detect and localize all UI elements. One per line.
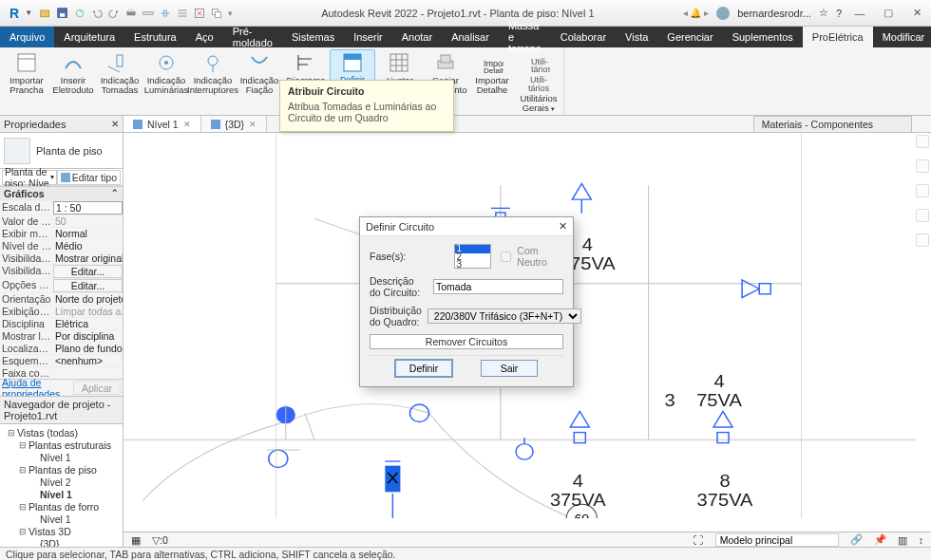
close-inactive-icon[interactable] (194, 8, 205, 19)
window-close[interactable]: ✕ (906, 3, 927, 24)
nav-home-icon[interactable] (916, 135, 929, 148)
window-minimize[interactable]: — (849, 3, 870, 24)
prop-row[interactable]: Localização d...Plano de fundo (0, 342, 123, 354)
ribbon-indicação-luminárias[interactable]: IndicaçãoLuminárias (143, 49, 189, 116)
prop-row[interactable]: OrientaçãoNorte do projeto (0, 292, 123, 305)
tab-vista[interactable]: Vista (616, 27, 657, 47)
filter-icon[interactable]: ▽:0 (152, 534, 168, 546)
prop-row[interactable]: Esquema de cor<nenhum> (0, 354, 123, 366)
tab-pr-moldado[interactable]: Pré-moldado (223, 27, 282, 47)
tree-node[interactable]: ⊟Plantas estruturais (0, 439, 123, 451)
materials-palette-header[interactable]: Materiais - Componentes (753, 116, 912, 133)
tab-modificar[interactable]: Modificar (873, 27, 931, 47)
tree-node[interactable]: ⊟Vistas 3D (0, 525, 123, 537)
open-icon[interactable] (40, 8, 51, 19)
com-neutro-checkbox[interactable]: Com Neutro (497, 245, 563, 268)
pin-select-icon[interactable]: 📌 (874, 533, 886, 546)
workset-icon[interactable]: ⛶ (694, 534, 704, 546)
prop-row[interactable]: Nível de detalheMédio (0, 239, 123, 252)
help-icon[interactable]: ? (836, 8, 842, 19)
ribbon-importar-prancha[interactable]: ImportarPrancha (4, 49, 49, 116)
view-tab[interactable]: Nível 1✕ (124, 116, 201, 132)
edit-type-button[interactable]: Editar tipo (57, 170, 121, 185)
selection-filter-icon[interactable]: ▦ (131, 534, 141, 546)
remover-circuitos-button[interactable]: Remover Circuitos (370, 334, 563, 349)
design-option-dropdown[interactable] (715, 533, 839, 547)
tab-proel-trica[interactable]: ProElétrica (803, 27, 873, 47)
tree-node[interactable]: Nível 1 (0, 488, 123, 500)
redo-icon[interactable] (108, 8, 120, 19)
prop-row[interactable]: Exibição de ju...Limpar todas a... (0, 305, 123, 317)
type-selector[interactable]: Planta de piso (0, 133, 123, 169)
face-select-icon[interactable]: ▥ (898, 534, 907, 546)
tree-node[interactable]: ⊟Plantas de forro (0, 500, 123, 513)
prop-row[interactable]: Escala da vista1 : 50 (0, 200, 123, 215)
tab-inserir[interactable]: Inserir (344, 27, 392, 47)
tab-analisar[interactable]: Analisar (442, 27, 499, 47)
tab-sistemas[interactable]: Sistemas (282, 27, 344, 47)
prop-row[interactable]: Visibilidade d...Mostrar original (0, 252, 123, 264)
tree-node[interactable]: Nível 1 (0, 451, 123, 463)
user-name[interactable]: bernardesrodr... (737, 8, 811, 19)
ribbon-indicação-tomadas[interactable]: IndicaçãoTomadas (97, 49, 142, 116)
view-tab[interactable]: {3D}✕ (201, 116, 267, 132)
sair-button[interactable]: Sair (481, 360, 538, 377)
prop-row[interactable]: Mostrar linhas...Por disciplina (0, 329, 123, 342)
prop-row[interactable]: Exibir modeloNormal (0, 227, 123, 239)
measure-icon[interactable] (142, 8, 154, 19)
ribbon-indicação-interruptores[interactable]: IndicaçãoInterruptores (190, 49, 236, 116)
undo-icon[interactable] (91, 8, 103, 19)
tab-file[interactable]: Arquivo (0, 27, 54, 47)
user-avatar[interactable] (716, 7, 730, 20)
properties-category[interactable]: Gráficos⌃ (0, 186, 123, 200)
tab-estrutura[interactable]: Estrutura (124, 27, 186, 47)
nav-pan-icon[interactable] (916, 209, 929, 222)
tree-node[interactable]: ⊟Vistas (todas) (0, 426, 123, 439)
tree-node[interactable]: {3D} (0, 537, 123, 547)
properties-header[interactable]: Propriedades ✕ (0, 116, 123, 133)
ribbon-importar-detalhe[interactable]: ImportDetalheImportarDetalhe (469, 49, 515, 116)
navigation-bar[interactable] (916, 135, 929, 247)
project-browser-tree[interactable]: ⊟Vistas (todas)⊟Plantas estruturaisNível… (0, 424, 123, 547)
tree-node[interactable]: Nível 2 (0, 476, 123, 488)
tab-gerenciar[interactable]: Gerenciar (657, 27, 722, 47)
section-icon[interactable] (160, 8, 171, 19)
prop-row[interactable]: Opções de exi...Editar... (0, 278, 123, 292)
print-icon[interactable] (125, 8, 137, 19)
tab-anotar[interactable]: Anotar (392, 27, 442, 47)
tab-a-o[interactable]: Aço (186, 27, 223, 47)
prop-row[interactable]: DisciplinaElétrica (0, 317, 123, 329)
sync-icon[interactable] (74, 8, 86, 19)
ribbon-indicação-fiação[interactable]: IndicaçãoFiação (237, 49, 282, 116)
nav-cube-icon[interactable] (916, 159, 929, 173)
fases-listbox[interactable]: 123 (454, 244, 492, 269)
properties-close-icon[interactable]: ✕ (111, 119, 119, 129)
descricao-input[interactable] (433, 279, 563, 294)
app-menu-caret[interactable]: ▼ (25, 9, 32, 17)
drag-icon[interactable]: ↕ (919, 534, 923, 546)
save-icon[interactable] (57, 8, 68, 19)
favorites-icon[interactable]: ☆ (819, 7, 828, 19)
dialog-close-icon[interactable]: ✕ (559, 220, 567, 233)
nav-wheel-icon[interactable] (916, 184, 929, 197)
distribuicao-select[interactable]: 220/380V Trifásico (3F+N+T) (428, 308, 581, 324)
prop-row[interactable]: Visibilidade/S...Editar... (0, 264, 123, 278)
tab-massa-e-terreno[interactable]: Massa e terreno (499, 27, 551, 47)
project-browser-header[interactable]: Navegador de projeto - Projeto1.rvt (0, 396, 123, 424)
tree-node[interactable]: ⊟Plantas de piso (0, 463, 123, 476)
prop-row[interactable]: Valor de escal...50 (0, 215, 123, 227)
window-maximize[interactable]: ▢ (878, 3, 899, 24)
tree-node[interactable]: Nível 1 (0, 513, 123, 525)
link-select-icon[interactable]: 🔗 (850, 533, 863, 546)
tab-colaborar[interactable]: Colaborar (551, 27, 616, 47)
ribbon-utilitários-gerais[interactable]: Utili-táriosUtili- táriosUtilitáriosGera… (516, 49, 561, 116)
dialog-titlebar[interactable]: Definir Circuito ✕ (360, 217, 573, 236)
switch-windows-icon[interactable] (211, 8, 222, 19)
tab-suplementos[interactable]: Suplementos (723, 27, 803, 47)
nav-zoom-icon[interactable] (916, 233, 929, 247)
definir-button[interactable]: Definir (395, 360, 452, 377)
ribbon-inserir-eletroduto[interactable]: InserirEletroduto (50, 49, 96, 116)
tab-arquitetura[interactable]: Arquitetura (54, 27, 124, 47)
properties-apply-button[interactable]: Aplicar (73, 381, 121, 395)
thin-lines-icon[interactable] (177, 8, 188, 19)
